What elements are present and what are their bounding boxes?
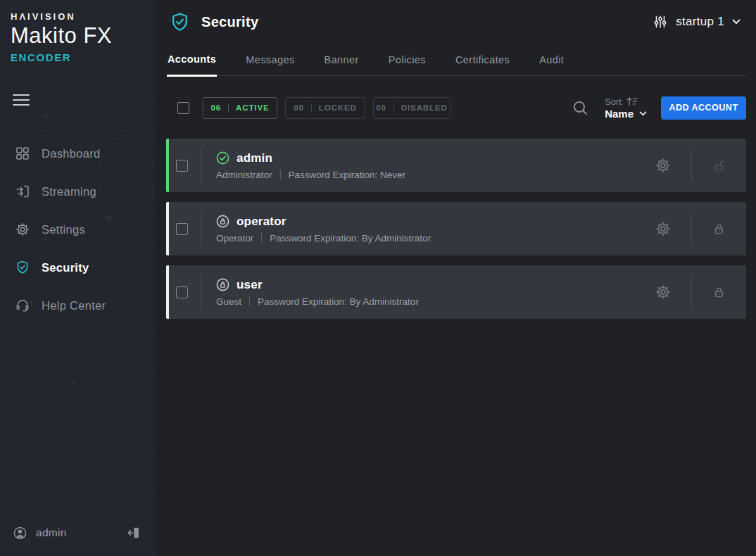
sidebar-footer: admin	[0, 515, 155, 556]
gear-icon	[655, 157, 672, 174]
actions-divider	[691, 277, 692, 308]
account-row-admin: admin Administrator Password Expiration:…	[166, 139, 746, 192]
app-root: HΛIVISION Makito FX ENCODER Dashboard St…	[0, 0, 756, 556]
tab-policies[interactable]: Policies	[388, 53, 427, 75]
chip-divider	[393, 103, 394, 113]
search-icon	[572, 99, 589, 117]
row-actions	[655, 150, 746, 181]
account-name: admin	[237, 151, 272, 165]
brand-logo: HΛIVISION Makito FX ENCODER	[11, 11, 112, 63]
account-lock-button[interactable]	[712, 285, 726, 300]
sidebar-nav: Dashboard Streaming Settings Security	[0, 134, 155, 324]
gear-icon	[655, 284, 672, 301]
account-row-user: user Guest Password Expiration: By Admin…	[166, 265, 746, 319]
tab-certificates[interactable]: Certificates	[455, 53, 510, 75]
chip-divider	[228, 103, 229, 113]
sidebar-item-label: Help Center	[42, 299, 106, 312]
tab-accounts[interactable]: Accounts	[167, 53, 217, 77]
accounts-toolbar: 06 ACTIVE 00 LOCKED 00 DISABLED	[166, 95, 746, 120]
account-info: user Guest Password Expiration: By Admin…	[216, 278, 419, 307]
sidebar: HΛIVISION Makito FX ENCODER Dashboard St…	[0, 0, 155, 556]
subtext-divider	[261, 233, 262, 243]
streaming-arrows-icon	[14, 184, 31, 199]
page-header: Security startup 1	[155, 0, 756, 44]
brand-name: HΛIVISION	[11, 11, 112, 22]
sort-dropdown[interactable]: Sort Name	[605, 96, 647, 120]
tab-banner[interactable]: Banner	[324, 53, 360, 75]
filter-chip-active[interactable]: 06 ACTIVE	[203, 97, 277, 119]
disabled-count: 00	[376, 103, 386, 112]
locked-label: LOCKED	[319, 103, 357, 112]
actions-divider	[691, 213, 692, 244]
sidebar-item-help-center[interactable]: Help Center	[0, 286, 155, 324]
account-info: operator Operator Password Expiration: B…	[216, 215, 431, 244]
add-account-button[interactable]: ADD ACCOUNT	[661, 96, 746, 120]
row-actions	[655, 277, 746, 308]
sidebar-item-security[interactable]: Security	[0, 248, 155, 286]
row-checkbox[interactable]	[176, 223, 188, 235]
preset-name: startup 1	[676, 15, 724, 29]
lock-circle-icon	[216, 215, 229, 228]
accounts-list: admin Administrator Password Expiration:…	[166, 139, 746, 319]
account-settings-button[interactable]	[655, 220, 672, 237]
sidebar-item-label: Streaming	[42, 185, 96, 198]
current-user-name: admin	[36, 526, 127, 539]
sliders-icon	[653, 14, 668, 30]
active-count: 06	[210, 103, 221, 112]
account-info: admin Administrator Password Expiration:…	[216, 151, 405, 180]
sidebar-item-streaming[interactable]: Streaming	[0, 172, 155, 210]
main-content: Security startup 1 Accounts Messages Ban…	[155, 0, 756, 556]
sidebar-item-dashboard[interactable]: Dashboard	[0, 134, 155, 172]
account-role: Administrator	[216, 170, 272, 180]
lock-open-icon	[712, 158, 726, 173]
account-name: user	[237, 278, 263, 292]
security-shield-icon	[169, 11, 191, 33]
sort-label: Sort	[605, 96, 622, 107]
account-expiration: Password Expiration: By Administrator	[270, 233, 431, 244]
row-checkbox[interactable]	[176, 286, 188, 298]
account-settings-button[interactable]	[655, 157, 672, 174]
subtext-divider	[280, 170, 281, 179]
check-circle-icon	[216, 151, 229, 165]
menu-toggle-button[interactable]	[11, 89, 31, 110]
security-tabs: Accounts Messages Banner Policies Certif…	[167, 45, 746, 76]
preset-selector[interactable]: startup 1	[653, 14, 741, 30]
account-expiration: Password Expiration: Never	[289, 170, 406, 180]
brand-product: Makito FX	[11, 23, 112, 49]
account-lock-button[interactable]	[712, 158, 726, 173]
actions-divider	[691, 150, 692, 181]
account-role: Operator	[216, 233, 253, 244]
account-settings-button[interactable]	[655, 284, 672, 301]
search-button[interactable]	[572, 99, 589, 117]
chip-divider	[311, 103, 312, 113]
tab-messages[interactable]: Messages	[245, 53, 295, 75]
sidebar-item-settings[interactable]: Settings	[0, 210, 155, 248]
sidebar-item-label: Dashboard	[42, 147, 100, 160]
brand-tagline: ENCODER	[11, 51, 112, 63]
status-filter-chips: 06 ACTIVE 00 LOCKED 00 DISABLED	[203, 97, 451, 119]
account-row-operator: operator Operator Password Expiration: B…	[166, 202, 746, 255]
row-actions	[655, 213, 746, 244]
shield-check-icon	[14, 260, 31, 275]
account-expiration: Password Expiration: By Administrator	[258, 296, 419, 307]
logout-button[interactable]	[127, 526, 141, 540]
filter-chip-locked[interactable]: 00 LOCKED	[285, 97, 365, 119]
row-checkbox[interactable]	[176, 160, 188, 172]
account-name: operator	[237, 215, 286, 229]
select-all-checkbox[interactable]	[177, 102, 189, 114]
filter-chip-disabled[interactable]: 00 DISABLED	[373, 97, 451, 119]
disabled-label: DISABLED	[401, 103, 448, 112]
active-label: ACTIVE	[236, 103, 270, 112]
account-role: Guest	[216, 296, 241, 307]
subtext-divider	[249, 296, 250, 306]
chevron-down-icon	[732, 19, 741, 25]
avatar-icon	[13, 526, 27, 541]
tab-audit[interactable]: Audit	[538, 53, 565, 75]
row-divider	[201, 274, 201, 310]
account-lock-button[interactable]	[712, 222, 726, 236]
row-divider	[201, 148, 201, 183]
page-title: Security	[201, 14, 258, 30]
hamburger-icon	[13, 94, 30, 96]
gear-icon	[655, 220, 672, 237]
lock-closed-icon	[712, 285, 726, 300]
